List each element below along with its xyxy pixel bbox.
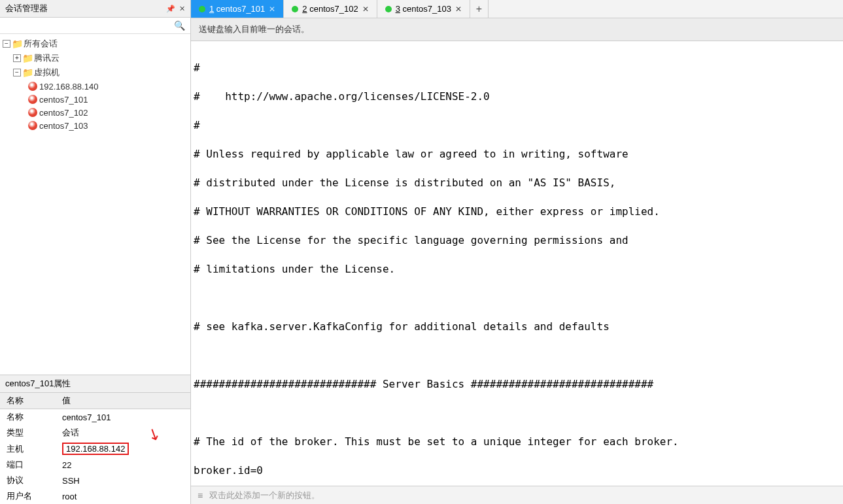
properties-title: centos7_101属性 <box>0 375 190 393</box>
close-tab-icon[interactable]: ✕ <box>455 5 462 14</box>
tree-host-label: centos7_103 <box>39 121 88 131</box>
col-header-value: 值 <box>56 393 190 409</box>
terminal-line: # <box>194 61 840 75</box>
search-icon: 🔍 <box>174 20 185 31</box>
session-manager-header: 会话管理器 📌 ✕ <box>0 0 190 18</box>
tab-centos7-102[interactable]: 2 centos7_102 ✕ <box>284 0 377 18</box>
terminal-line: # The id of the broker. This must be set… <box>194 435 840 449</box>
tree-host-label: centos7_101 <box>39 95 88 105</box>
tree-host-label: centos7_102 <box>39 108 88 118</box>
tree-root[interactable]: − 📁 所有会话 <box>0 37 190 51</box>
folder-icon: 📁 <box>22 53 33 63</box>
terminal-line: # see kafka.server.KafkaConfig for addit… <box>194 320 840 334</box>
tree-host-102[interactable]: centos7_102 <box>0 106 190 119</box>
close-panel-icon[interactable]: ✕ <box>179 5 185 13</box>
bottom-bar-hint: 双击此处添加一个新的按钮。 <box>209 490 320 501</box>
expand-icon[interactable]: + <box>13 54 21 62</box>
status-dot-icon <box>385 6 392 12</box>
session-manager-sidebar: 会话管理器 📌 ✕ 🔍 − 📁 所有会话 + 📁 腾讯云 − 📁 虚拟机 192… <box>0 0 191 504</box>
host-icon <box>27 107 38 118</box>
close-tab-icon[interactable]: ✕ <box>362 5 369 14</box>
menu-icon[interactable]: ≡ <box>198 490 203 501</box>
tab-bar: 1 centos7_101 ✕ 2 centos7_102 ✕ 3 centos… <box>191 0 843 18</box>
collapse-icon[interactable]: − <box>3 40 10 48</box>
close-tab-icon[interactable]: ✕ <box>269 5 275 14</box>
session-manager-title: 会话管理器 <box>5 3 48 14</box>
status-dot-icon <box>292 6 298 12</box>
properties-panel: centos7_101属性 名称 值 名称centos7_101 类型会话 主机… <box>0 375 190 504</box>
tree-folder-vm[interactable]: − 📁 虚拟机 <box>0 65 190 80</box>
terminal-line: # distributed under the License is distr… <box>194 176 840 190</box>
tree-root-label: 所有会话 <box>24 38 58 50</box>
host-highlight: 192.168.88.142 <box>62 443 129 455</box>
tab-centos7-103[interactable]: 3 centos7_103 ✕ <box>377 0 470 18</box>
tree-host-140[interactable]: 192.168.88.140 <box>0 80 190 93</box>
pin-icon[interactable]: 📌 <box>166 5 175 13</box>
tree-folder-tencent[interactable]: + 📁 腾讯云 <box>0 51 190 65</box>
terminal-line <box>194 291 840 305</box>
properties-table: 名称 值 名称centos7_101 类型会话 主机192.168.88.142… <box>0 393 190 504</box>
terminal[interactable]: # # http://www.apache.org/licenses/LICEN… <box>191 41 843 486</box>
host-icon <box>27 94 38 105</box>
terminal-line: # limitations under the License. <box>194 262 840 277</box>
prop-row-name[interactable]: 名称centos7_101 <box>0 409 190 426</box>
tree-folder-label: 虚拟机 <box>34 67 60 78</box>
terminal-line: # WITHOUT WARRANTIES OR CONDITIONS OF AN… <box>194 205 840 219</box>
prop-row-protocol[interactable]: 协议SSH <box>0 473 190 488</box>
tab-centos7-101[interactable]: 1 centos7_101 ✕ <box>191 0 284 18</box>
host-icon <box>27 120 38 131</box>
folder-icon: 📁 <box>12 39 22 49</box>
main-area: 1 centos7_101 ✕ 2 centos7_102 ✕ 3 centos… <box>191 0 843 504</box>
col-header-name: 名称 <box>0 393 56 409</box>
tree-host-103[interactable]: centos7_103 <box>0 119 190 132</box>
tree-folder-label: 腾讯云 <box>34 52 60 64</box>
status-dot-icon <box>199 6 205 12</box>
bottom-bar[interactable]: ≡ 双击此处添加一个新的按钮。 <box>191 486 843 504</box>
terminal-line: broker.id=0 <box>194 463 840 478</box>
search-bar[interactable]: 🔍 <box>0 18 190 34</box>
prop-row-username[interactable]: 用户名root <box>0 488 190 504</box>
session-tree: − 📁 所有会话 + 📁 腾讯云 − 📁 虚拟机 192.168.88.140 … <box>0 34 190 375</box>
terminal-line: # http://www.apache.org/licenses/LICENSE… <box>194 90 840 104</box>
folder-icon: 📁 <box>22 67 33 78</box>
tree-host-101[interactable]: centos7_101 <box>0 93 190 106</box>
tree-host-label: 192.168.88.140 <box>39 82 98 92</box>
prop-row-type[interactable]: 类型会话 <box>0 425 190 441</box>
terminal-line <box>194 406 840 420</box>
host-icon <box>27 81 38 92</box>
collapse-icon[interactable]: − <box>13 69 21 76</box>
terminal-line: ############################# Server Bas… <box>194 377 840 392</box>
terminal-line <box>194 348 840 363</box>
prop-row-host[interactable]: 主机192.168.88.142 <box>0 441 190 457</box>
prop-row-port[interactable]: 端口22 <box>0 457 190 473</box>
terminal-line: # Unless required by applicable law or a… <box>194 147 840 161</box>
info-bar: 送键盘输入目前唯一的会话。 <box>191 18 843 41</box>
terminal-line: # See the License for the specific langu… <box>194 233 840 248</box>
add-tab-button[interactable]: + <box>470 0 489 18</box>
terminal-line: # <box>194 118 840 133</box>
